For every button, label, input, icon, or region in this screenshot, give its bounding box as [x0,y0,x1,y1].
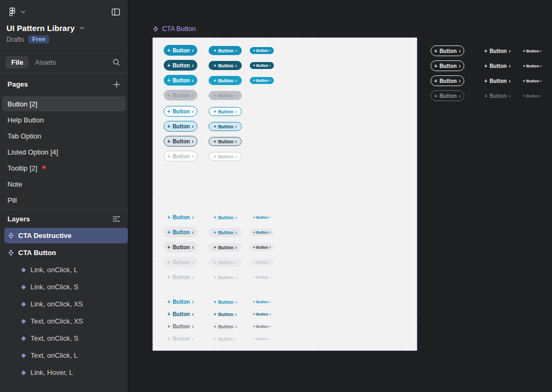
cta-button-text-plain[interactable]: +Button› [209,213,242,222]
cta-button-bright[interactable]: +Button› [164,75,197,86]
cta-button-link-disabled[interactable]: +Button› [164,333,197,344]
page-item[interactable]: Tooltip [2]⚑ [2,160,126,175]
chevron-down-icon[interactable] [19,9,27,15]
cta-button-dark[interactable]: +Button› [250,62,274,69]
layer-item[interactable]: CTA Destructive [4,228,128,243]
cta-button-link-hover[interactable]: +Button› [164,309,197,319]
cta-button-primary[interactable]: +Button› [250,47,274,54]
cta-button-dtext[interactable]: +Button› [522,63,543,69]
cta-button-primary[interactable]: +Button› [209,46,242,55]
cta-button-disabled-fill[interactable]: +Button› [164,90,197,101]
button-label: Button [218,336,234,342]
cta-button-link-disabled[interactable]: +Button› [250,335,274,342]
cta-button-text-pressed[interactable]: +Button› [250,244,274,251]
tab-file[interactable]: File [5,56,29,68]
cta-button-link[interactable]: +Button› [209,297,242,306]
cta-button-ghost[interactable]: +Button› [431,60,464,71]
cta-button-ghost[interactable]: +Button› [431,75,464,86]
chevron-right-icon: › [192,63,194,68]
plus-icon: + [253,337,255,341]
cta-button-ghost[interactable]: +Button› [431,45,464,56]
layer-item[interactable]: Text, onClick, S [17,330,128,346]
cta-button-outline-disabled[interactable]: +Button› [164,151,197,162]
cta-button-dtext[interactable]: +Button› [484,76,511,85]
design-canvas[interactable]: CTA Button +Button›+Button›+Button›+Butt… [128,0,552,392]
cta-button-link-disabled[interactable]: +Button› [209,334,242,343]
collapse-layers-icon[interactable] [111,214,121,224]
cta-button-text-disabled-pill[interactable]: +Button› [164,257,197,267]
frame-title[interactable]: CTA Button [152,25,196,33]
toggle-sidebar-icon[interactable] [110,6,121,18]
cta-button-link-hover[interactable]: +Button› [250,311,274,318]
cta-button-text-hover[interactable]: +Button› [209,228,242,237]
cta-button-dtext-disabled[interactable]: +Button› [522,93,543,99]
chevron-right-icon: › [235,299,237,305]
cta-button-text-hover[interactable]: +Button› [250,229,274,236]
layer-item[interactable]: Link, onClick, XS [17,296,128,312]
page-item[interactable]: Tab Option [2,128,126,143]
chevron-right-icon: › [270,325,271,328]
cta-button-link-pressed[interactable]: +Button› [164,321,197,332]
cta-button-disabled-fill[interactable]: +Button› [209,91,242,100]
file-title[interactable]: UI Pattern Library [6,24,75,33]
cta-button-bright[interactable]: +Button› [209,76,242,85]
cta-button-outline-hover[interactable]: +Button› [164,121,197,132]
cta-button-text-disabled-pill[interactable]: +Button› [209,258,242,267]
title-chevron-icon[interactable] [79,26,85,30]
layer-item[interactable]: Text, onClick, L [17,348,128,363]
cta-button-text-pressed[interactable]: +Button› [209,243,242,252]
layer-item[interactable]: Link, Hover, L [17,365,128,380]
button-label: Button [256,49,269,52]
cta-button-text-disabled[interactable]: +Button› [164,272,197,282]
cta-button-outline-pressed[interactable]: +Button› [209,137,242,146]
chevron-right-icon: › [235,93,237,98]
cta-button-link-pressed[interactable]: +Button› [209,322,242,331]
figma-logo-icon[interactable] [6,6,18,18]
cta-button-ghost-disabled[interactable]: +Button› [431,90,464,101]
page-item[interactable]: Note [2,176,126,191]
page-item[interactable]: Pill [2,193,126,207]
cta-button-outline-pressed[interactable]: +Button› [164,136,197,147]
cta-button-link-pressed[interactable]: +Button› [250,323,274,330]
layer-item[interactable]: Link, onClick, S [17,279,128,295]
add-page-icon[interactable] [112,80,121,89]
cta-button-text-plain[interactable]: +Button› [164,212,197,222]
page-item[interactable]: Help Button [2,112,126,127]
cta-button-dtext[interactable]: +Button› [522,48,543,54]
cta-button-dtext[interactable]: +Button› [484,62,511,70]
cta-button-link[interactable]: +Button› [250,298,274,305]
button-label: Button [218,139,234,144]
tab-assets[interactable]: Assets [29,56,62,68]
cta-button-outline-hover[interactable]: +Button› [209,122,242,131]
cta-button-bright[interactable]: +Button› [250,77,274,84]
cta-button-outline[interactable]: +Button› [164,106,197,117]
cta-button-outline-disabled[interactable]: +Button› [209,152,242,161]
search-icon[interactable] [111,57,121,67]
cta-button-dark[interactable]: +Button› [164,60,197,71]
cta-button-dark[interactable]: +Button› [209,61,242,70]
cta-button-dtext[interactable]: +Button› [484,47,511,55]
file-location[interactable]: Drafts [6,36,24,43]
cta-button-link-hover[interactable]: +Button› [209,310,242,319]
layer-item[interactable]: Text, onClick, XS [17,313,128,329]
cta-button-dtext[interactable]: +Button› [522,78,543,84]
page-item[interactable]: Button [2] [2,96,126,111]
component-set-frame[interactable]: +Button›+Button›+Button›+Button›+Button›… [152,37,417,351]
cta-button-outline[interactable]: +Button› [209,107,242,116]
chevron-right-icon: › [459,93,461,99]
cta-button-text-plain[interactable]: +Button› [250,214,274,221]
plus-icon: + [213,299,216,305]
cta-button-primary[interactable]: +Button› [164,45,197,56]
cta-button-link[interactable]: +Button› [164,296,197,307]
cta-button-text-disabled[interactable]: +Button› [209,273,242,282]
cta-button-text-disabled[interactable]: +Button› [250,274,274,281]
layer-item[interactable]: CTA Button [4,245,128,260]
cta-button-text-disabled-pill[interactable]: +Button› [250,259,274,266]
cta-button-dtext-disabled[interactable]: +Button› [484,91,511,100]
page-item[interactable]: Listed Option [4] [2,144,126,159]
layer-item[interactable]: Link, onClick, L [17,262,128,278]
cta-button-text-hover[interactable]: +Button› [164,227,197,237]
cta-button-text-pressed[interactable]: +Button› [164,242,197,252]
plus-icon: + [434,48,438,54]
button-label: Button [218,312,234,317]
